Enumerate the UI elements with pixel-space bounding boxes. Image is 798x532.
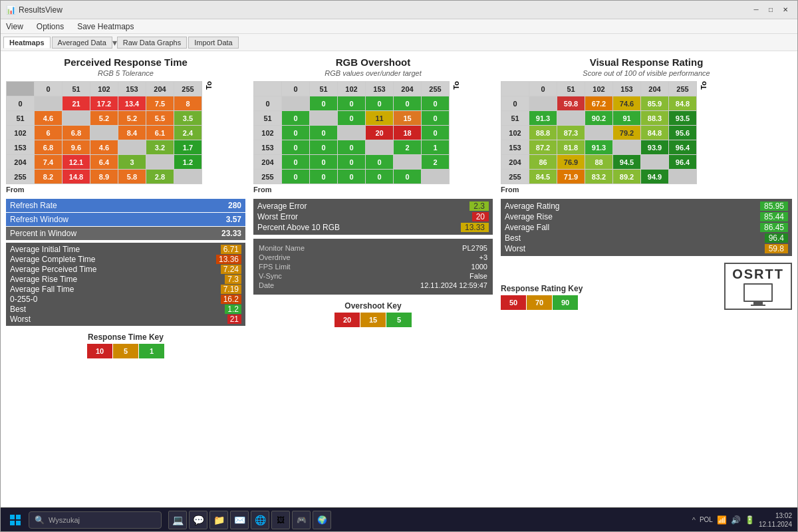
- svg-rect-1: [16, 515, 21, 519]
- taskbar-app-1[interactable]: 💻: [168, 511, 187, 529]
- avg-rise-vrr-value: 85.44: [760, 212, 788, 221]
- worst-label: Worst: [10, 315, 31, 324]
- percent-window-label: Percent in Window: [10, 229, 76, 238]
- close-button[interactable]: ✕: [779, 5, 792, 15]
- avg-complete-value: 13.36: [216, 255, 241, 264]
- perceived-heatmap: 0 51 102 153 204 255 0 21 17.2 13: [6, 81, 202, 184]
- worst-error-label: Worst Error: [257, 212, 298, 221]
- best-vrr-value: 96.4: [765, 233, 788, 243]
- overshoot-subtitle: RGB values over/under target: [253, 69, 493, 77]
- title-bar: 📊 ResultsView ─ □ ✕: [1, 1, 797, 19]
- minimize-button[interactable]: ─: [749, 5, 763, 15]
- rtk-cell-5: 5: [113, 344, 138, 358]
- perceived-title: Perceived Response Time: [6, 57, 245, 68]
- taskbar-app-4[interactable]: ✉️: [230, 511, 249, 529]
- perceived-col-153: 153: [118, 82, 146, 96]
- taskbar-app-5[interactable]: 🌐: [251, 511, 269, 529]
- search-bar[interactable]: 🔍 Wyszukaj: [29, 511, 162, 529]
- refresh-rate-value: 280: [228, 201, 241, 210]
- osrtt-logo: OSRTT: [724, 263, 792, 310]
- rtk-cell-1: 1: [139, 344, 164, 358]
- osk-cell-5: 5: [386, 313, 412, 327]
- avg-fall-vrr-value: 86.45: [760, 223, 788, 232]
- avg-rise-value: 7.3: [225, 275, 241, 284]
- avg-rating-label: Average Rating: [505, 201, 560, 211]
- perceived-to-label: To: [205, 81, 213, 90]
- menu-options[interactable]: Options: [34, 21, 66, 33]
- worst-error-value: 20: [472, 212, 489, 221]
- refresh-window-value: 3.57: [226, 215, 241, 224]
- rrk-cell-70: 70: [527, 295, 552, 310]
- clock-date: 12.11.2024: [759, 520, 792, 529]
- rrk-cell-50: 50: [501, 295, 526, 310]
- menu-view[interactable]: View: [3, 21, 26, 33]
- vrr-from-label: From: [501, 186, 792, 194]
- search-placeholder: Wyszukaj: [49, 516, 80, 524]
- main-content: Perceived Response Time RGB 5 Tolerance …: [1, 51, 797, 507]
- percent-window-value: 23.33: [221, 229, 241, 238]
- window-controls: ─ □ ✕: [749, 5, 792, 15]
- osk-cell-20: 20: [334, 313, 360, 327]
- date-value: 12.11.2024 12:59:47: [420, 281, 487, 289]
- avg-rating-value: 85.95: [760, 201, 788, 211]
- refresh-rate-label: Refresh Rate: [10, 201, 57, 210]
- system-tray: ^ POL 📶 🔊 🔋 13:02 12.11.2024: [692, 511, 792, 529]
- perceived-col-204: 204: [146, 82, 174, 96]
- taskbar: 🔍 Wyszukaj 💻 💬 📁 ✉️ 🌐 🖼 🎮 🌍 ^ POL 📶 🔊 🔋 …: [1, 507, 797, 531]
- worst-value: 21: [227, 315, 241, 324]
- avg-perceived-value: 7.24: [221, 265, 241, 274]
- toolbar-import-data[interactable]: Import Data: [188, 37, 238, 49]
- overshoot-from-label: From: [253, 186, 493, 194]
- osk-cell-15: 15: [360, 313, 386, 327]
- vrr-section: Visual Response Rating Score out of 100 …: [501, 57, 792, 358]
- toolbar-raw-data[interactable]: Raw Data Graphs: [117, 37, 187, 49]
- toolbar-averaged-data[interactable]: Averaged Data: [52, 37, 112, 49]
- overshoot-title: RGB Overshoot: [253, 57, 493, 68]
- overdrive-label: Overdrive: [259, 253, 291, 261]
- perceived-section: Perceived Response Time RGB 5 Tolerance …: [6, 57, 245, 358]
- taskbar-apps: 💻 💬 📁 ✉️ 🌐 🖼 🎮 🌍: [168, 511, 331, 529]
- perceived-col-255: 255: [174, 82, 202, 96]
- monitor-name-value: PL2795: [462, 244, 487, 252]
- taskbar-app-8[interactable]: 🌍: [313, 511, 331, 529]
- avg-rise-label: Average Rise Time: [10, 275, 77, 284]
- avg-0-255-0-label: 0-255-0: [10, 295, 37, 304]
- overdrive-value: +3: [479, 253, 487, 261]
- vrr-title: Visual Response Rating: [501, 57, 792, 68]
- percent-above-value: 13.33: [461, 223, 489, 232]
- avg-initial-label: Average Initial Time: [10, 245, 80, 254]
- perceived-col-102: 102: [90, 82, 118, 96]
- svg-rect-0: [10, 515, 15, 519]
- avg-0-255-0-value: 16.2: [221, 295, 241, 304]
- app-icon: 📊: [6, 5, 16, 15]
- date-label: Date: [259, 281, 274, 289]
- search-icon: 🔍: [35, 515, 45, 525]
- vsync-label: V-Sync: [259, 272, 282, 280]
- toolbar-heatmaps[interactable]: Heatmaps: [3, 37, 51, 49]
- vrr-subtitle: Score out of 100 of visible performance: [501, 69, 792, 77]
- avg-perceived-label: Average Perceived Time: [10, 265, 97, 274]
- worst-vrr-label: Worst: [505, 244, 525, 253]
- taskbar-app-2[interactable]: 💬: [189, 511, 207, 529]
- overshoot-to-label: To: [452, 81, 460, 90]
- menu-bar: View Options Save Heatmaps: [1, 19, 797, 34]
- menu-save-heatmaps[interactable]: Save Heatmaps: [74, 21, 136, 33]
- perceived-subtitle: RGB 5 Tolerance: [6, 69, 245, 77]
- taskbar-app-6[interactable]: 🖼: [271, 511, 290, 529]
- vrr-to-label: To: [700, 81, 708, 90]
- best-value: 1.2: [225, 305, 241, 314]
- taskbar-app-7[interactable]: 🎮: [292, 511, 311, 529]
- vrr-heatmap: 0 51 102 153 204 255 0 59.8 67.2: [501, 81, 697, 184]
- language-indicator: POL: [700, 516, 713, 523]
- taskbar-app-3[interactable]: 📁: [209, 511, 228, 529]
- start-button[interactable]: [6, 511, 25, 529]
- refresh-window-label: Refresh Window: [10, 215, 68, 224]
- avg-fall-value: 7.19: [221, 285, 241, 294]
- best-vrr-label: Best: [505, 233, 521, 243]
- main-window: 📊 ResultsView ─ □ ✕ View Options Save He…: [0, 0, 798, 532]
- maximize-button[interactable]: □: [764, 5, 777, 15]
- fps-limit-value: 1000: [471, 263, 487, 271]
- avg-initial-value: 6.71: [221, 245, 241, 254]
- avg-error-label: Average Error: [257, 201, 307, 211]
- overshoot-section: RGB Overshoot RGB values over/under targ…: [253, 57, 493, 358]
